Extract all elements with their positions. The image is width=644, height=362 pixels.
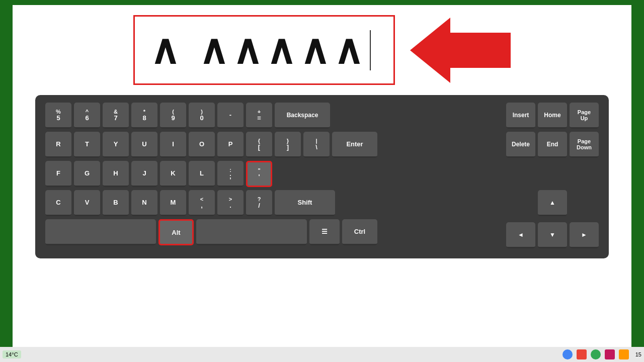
arrow-bottom-row: ◄ ▼ ► — [506, 222, 599, 248]
key-insert[interactable]: Insert — [506, 103, 535, 129]
key-row-bottom: Alt ☰ Ctrl — [45, 219, 499, 245]
keyboard: %5 ^6 &7 *8 (9 )0 - += Backspace R T Y U… — [35, 95, 609, 258]
key-arrow-left[interactable]: ◄ — [506, 222, 535, 248]
key-6[interactable]: ^6 — [74, 103, 100, 129]
key-bracket-close[interactable]: }] — [275, 132, 301, 158]
keyboard-main: %5 ^6 &7 *8 (9 )0 - += Backspace R T Y U… — [45, 103, 499, 248]
key-j[interactable]: J — [131, 161, 157, 187]
taskbar-time: 15 — [635, 351, 641, 357]
key-comma[interactable]: <, — [189, 190, 215, 216]
key-b[interactable]: B — [103, 190, 129, 216]
key-p[interactable]: P — [217, 132, 244, 158]
key-bracket-open[interactable]: {[ — [246, 132, 272, 158]
taskbar-icons: 15 — [562, 349, 641, 359]
key-f[interactable]: F — [45, 161, 71, 187]
key-shift-right[interactable]: Shift — [275, 190, 335, 216]
key-5[interactable]: %5 — [45, 103, 71, 129]
taskbar-icon-4[interactable] — [605, 349, 615, 359]
key-o[interactable]: O — [189, 132, 215, 158]
top-section: ∧ ∧∧∧∧∧ — [13, 5, 631, 95]
key-m[interactable]: M — [160, 190, 186, 216]
temp-display: 14°C — [3, 350, 21, 358]
main-content: ∧ ∧∧∧∧∧ %5 ^6 &7 *8 (9 )0 - — [13, 5, 631, 347]
key-h[interactable]: H — [103, 161, 129, 187]
nav-mid-row: Delete End PageDown — [506, 132, 599, 158]
key-home[interactable]: Home — [538, 103, 567, 129]
key-c[interactable]: C — [45, 190, 71, 216]
taskbar: 14°C 15 — [0, 347, 644, 362]
text-display-box: ∧ ∧∧∧∧∧ — [133, 15, 395, 85]
cursor-line — [370, 30, 371, 70]
key-y[interactable]: Y — [103, 132, 129, 158]
key-t[interactable]: T — [74, 132, 100, 158]
arrow-head-left — [410, 18, 450, 83]
key-8[interactable]: *8 — [131, 103, 157, 129]
key-alt[interactable]: Alt — [158, 219, 194, 245]
arrow-up-row: ▲ — [506, 190, 599, 216]
key-7[interactable]: &7 — [103, 103, 129, 129]
key-equals[interactable]: += — [246, 103, 272, 129]
caret-characters: ∧ ∧∧∧∧∧ — [150, 27, 367, 73]
key-delete[interactable]: Delete — [506, 132, 535, 158]
key-ctrl[interactable]: Ctrl — [342, 219, 377, 245]
key-end[interactable]: End — [538, 132, 567, 158]
key-k[interactable]: K — [160, 161, 186, 187]
key-backspace[interactable]: Backspace — [275, 103, 330, 129]
key-row-fghj: F G H J K L :; "' — [45, 161, 499, 187]
key-arrow-down[interactable]: ▼ — [538, 222, 567, 248]
key-l[interactable]: L — [189, 161, 215, 187]
key-semicolon[interactable]: :; — [217, 161, 244, 187]
keyboard-wrapper: %5 ^6 &7 *8 (9 )0 - += Backspace R T Y U… — [13, 95, 631, 258]
key-arrow-up[interactable]: ▲ — [538, 190, 567, 216]
key-row-rtyu: R T Y U I O P {[ }] |\ Enter — [45, 132, 499, 158]
taskbar-icon-1[interactable] — [562, 349, 573, 359]
key-spacer — [45, 219, 156, 245]
key-pageup[interactable]: PageUp — [570, 103, 599, 129]
key-v[interactable]: V — [74, 190, 100, 216]
taskbar-icon-3[interactable] — [591, 349, 601, 359]
key-g[interactable]: G — [74, 161, 100, 187]
key-n[interactable]: N — [131, 190, 157, 216]
key-menu[interactable]: ☰ — [309, 219, 340, 245]
nav-top-row: Insert Home PageUp — [506, 103, 599, 129]
taskbar-icon-2[interactable] — [577, 349, 587, 359]
key-enter[interactable]: Enter — [332, 132, 377, 158]
key-u[interactable]: U — [131, 132, 157, 158]
key-i[interactable]: I — [160, 132, 186, 158]
keyboard-right: Insert Home PageUp Delete End PageDown ▲… — [506, 103, 599, 248]
key-slash[interactable]: ?/ — [246, 190, 272, 216]
key-row-numbers: %5 ^6 &7 *8 (9 )0 - += Backspace — [45, 103, 499, 129]
taskbar-icon-5[interactable] — [619, 349, 629, 359]
key-spacebar[interactable] — [196, 219, 307, 245]
key-quote[interactable]: "' — [246, 161, 272, 187]
key-row-cvbn: C V B N M <, >. ?/ Shift — [45, 190, 499, 216]
key-r[interactable]: R — [45, 132, 71, 158]
key-0[interactable]: )0 — [189, 103, 215, 129]
key-pagedown[interactable]: PageDown — [570, 132, 599, 158]
red-arrow-container — [410, 18, 511, 83]
key-arrow-right[interactable]: ► — [570, 222, 599, 248]
key-backslash[interactable]: |\ — [303, 132, 330, 158]
key-9[interactable]: (9 — [160, 103, 186, 129]
key-minus[interactable]: - — [217, 103, 244, 129]
arrow-body — [450, 33, 511, 68]
key-period[interactable]: >. — [217, 190, 244, 216]
